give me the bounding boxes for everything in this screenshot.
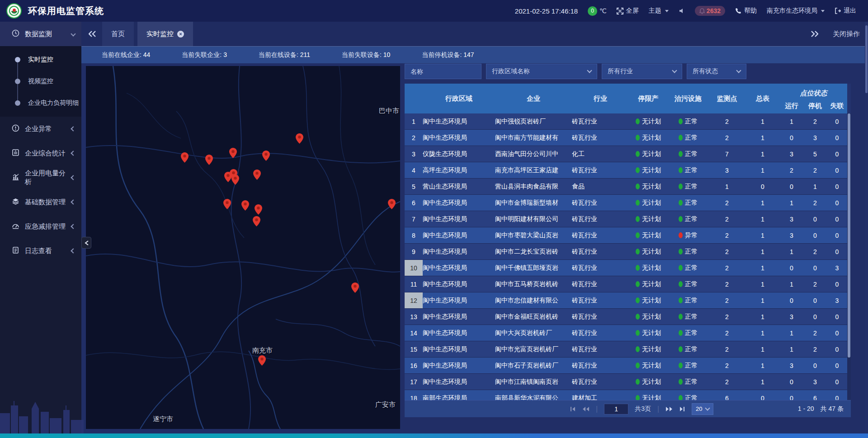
tabs-scroll-left-button[interactable] — [86, 31, 99, 37]
sidebar-item[interactable]: 视频监控 — [0, 71, 81, 92]
map-pin-icon[interactable] — [253, 170, 261, 180]
cell-company[interactable]: 阆中市五马桥页岩机砖 — [495, 276, 572, 292]
map-pin-icon[interactable] — [231, 174, 239, 185]
table-row[interactable]: 16阆中生态环境局阆中市石子页岩机砖厂砖瓦行业无计划正常21300 — [405, 358, 847, 374]
map-pin-icon[interactable] — [262, 151, 270, 161]
cell-company[interactable]: 阆中市江南镇阆南页岩 — [495, 374, 572, 390]
table-row[interactable]: 5营山生态环境局营山县润丰肉食品有限食品无计划正常10010 — [405, 179, 847, 195]
cell-company[interactable]: 阆中市枣碧大梁山页岩 — [495, 227, 572, 243]
table-row[interactable]: 17阆中生态环境局阆中市江南镇阆南页岩砖瓦行业无计划正常21030 — [405, 374, 847, 390]
close-operations-button[interactable]: 关闭操作 — [833, 30, 860, 38]
table-row[interactable]: 7阆中生态环境局阆中明阳建材有限公司砖瓦行业无计划正常21300 — [405, 211, 847, 227]
map-pin-icon[interactable] — [351, 283, 359, 293]
table-row[interactable]: 1阆中生态环境局阆中强锐页岩砖厂砖瓦行业无计划正常21120 — [405, 113, 847, 130]
map-pin-icon[interactable] — [255, 204, 262, 215]
col-header-5[interactable]: 监测点 — [708, 84, 745, 113]
cell-company[interactable]: 阆中千佛镇五郎垭页岩 — [495, 260, 572, 276]
col-header-4[interactable]: 治污设施 — [668, 84, 708, 113]
sidebar-group-4[interactable]: 基础数据管理 — [0, 190, 81, 214]
table-row[interactable]: 6阆中生态环境局阆中市金博瑞新型墙材砖瓦行业无计划正常21120 — [405, 195, 847, 211]
industry-filter-select[interactable]: 所有行业 — [602, 64, 682, 79]
cell-company[interactable]: 南充市高坪区王家店建 — [495, 162, 572, 178]
map-pin-icon[interactable] — [223, 199, 231, 209]
cell-company[interactable]: 阆中市石子页岩机砖厂 — [495, 358, 572, 373]
table-scrollbar[interactable] — [847, 113, 851, 400]
table-row[interactable]: 3仪陇生态环境局西南油气田分公司川中化工无计划正常71350 — [405, 146, 847, 162]
map-collapse-button[interactable] — [81, 237, 91, 249]
cell-company[interactable]: 阆中市金博瑞新型墙材 — [495, 195, 572, 211]
table-row[interactable]: 4高坪生态环境局南充市高坪区王家店建砖瓦行业无计划正常31220 — [405, 162, 847, 179]
theme-dropdown[interactable]: 主题 — [649, 7, 669, 15]
col-subheader-2[interactable]: 失联 — [827, 99, 847, 113]
cell-company[interactable]: 阆中大兴页岩机砖厂 — [495, 325, 572, 341]
tab-realtime-monitor[interactable]: 实时监控 × — [137, 22, 193, 46]
scrollbar-thumb[interactable] — [848, 113, 850, 358]
map-pin-icon[interactable] — [229, 148, 237, 158]
org-dropdown[interactable]: 南充市生态环境局 — [767, 7, 825, 15]
table-row[interactable]: 11阆中生态环境局阆中市五马桥页岩机砖砖瓦行业无计划正常21120 — [405, 276, 847, 292]
sidebar-group-3[interactable]: 企业用电量分析 — [0, 165, 81, 190]
col-subheader-1[interactable]: 停机 — [803, 99, 827, 113]
map-pin-icon[interactable] — [388, 199, 396, 209]
tabs-scroll-right-button[interactable] — [808, 31, 821, 37]
table-row[interactable]: 18南部生态环境局南部县新华水泥有限公建材加工无计划正常60060 — [405, 390, 847, 400]
col-header-1[interactable]: 企业 — [495, 84, 572, 113]
cell-company[interactable]: 西南油气田分公司川中 — [495, 146, 572, 162]
table-row[interactable]: 15阆中生态环境局阆中市光富页岩机砖厂砖瓦行业无计划正常21120 — [405, 341, 847, 358]
page-number-input[interactable] — [604, 404, 628, 414]
next-page-button[interactable] — [665, 406, 673, 412]
page-scrollbar[interactable] — [865, 22, 868, 433]
map-pin-icon[interactable] — [253, 216, 260, 226]
cell-company[interactable]: 阆中市南方节能建材有 — [495, 130, 572, 146]
sidebar-group-0[interactable]: 数据监测 — [0, 22, 81, 46]
table-row[interactable]: 13阆中生态环境局阆中市金福旺页岩机砖砖瓦行业无计划正常21300 — [405, 309, 847, 325]
table-row[interactable]: 12阆中生态环境局阆中市忠信建材有限公砖瓦行业无计划正常21003 — [405, 292, 847, 309]
tab-home[interactable]: 首页 — [102, 22, 134, 46]
table-row[interactable]: 9阆中生态环境局阆中市二龙长宝页岩砖砖瓦行业无计划正常21120 — [405, 244, 847, 260]
cell-company[interactable]: 阆中强锐页岩砖厂 — [495, 113, 572, 129]
scrollbar-thumb[interactable] — [865, 25, 868, 93]
last-page-button[interactable] — [679, 406, 685, 412]
table-row[interactable]: 8阆中生态环境局阆中市枣碧大梁山页岩砖瓦行业无计划异常21300 — [405, 227, 847, 244]
cell-company[interactable]: 阆中市忠信建材有限公 — [495, 292, 572, 308]
table-row[interactable]: 14阆中生态环境局阆中大兴页岩机砖厂砖瓦行业无计划正常21120 — [405, 325, 847, 341]
col-header-3[interactable]: 停限产 — [629, 84, 668, 113]
logout-button[interactable]: 退出 — [835, 7, 856, 15]
cell-company[interactable]: 阆中明阳建材有限公司 — [495, 211, 572, 227]
mute-button[interactable] — [679, 8, 685, 14]
status-filter-select[interactable]: 所有状态 — [687, 64, 746, 79]
table-row[interactable]: 2阆中生态环境局阆中市南方节能建材有砖瓦行业无计划正常21030 — [405, 130, 847, 146]
sidebar-group-6[interactable]: 日志查看 — [0, 239, 81, 263]
col-header-6[interactable]: 总表 — [745, 84, 780, 113]
map-pin-icon[interactable] — [241, 200, 249, 211]
map-panel[interactable]: 巴中市南充市遂宁市广安市 — [86, 66, 400, 429]
notification-badge[interactable]: 2632 — [695, 6, 725, 16]
col-subheader-0[interactable]: 运行 — [780, 99, 803, 113]
cell-company[interactable]: 阆中市二龙长宝页岩砖 — [495, 244, 572, 259]
map-pin-icon[interactable] — [258, 355, 266, 366]
sidebar-group-5[interactable]: 应急减排管理 — [0, 214, 81, 239]
cell-company[interactable]: 阆中市光富页岩机砖厂 — [495, 341, 572, 357]
name-filter-field[interactable] — [410, 68, 476, 75]
page-size-select[interactable]: 20 — [692, 403, 713, 415]
map-pin-icon[interactable] — [205, 155, 213, 165]
table-row[interactable]: 10阆中生态环境局阆中千佛镇五郎垭页岩砖瓦行业无计划正常21003 — [405, 260, 847, 276]
prev-page-button[interactable] — [582, 406, 590, 412]
help-button[interactable]: 帮助 — [735, 7, 757, 15]
sidebar-group-1[interactable]: 企业异常 — [0, 117, 81, 141]
fullscreen-button[interactable]: 全屏 — [617, 7, 639, 15]
col-header-0[interactable]: 行政区域 — [423, 84, 495, 113]
sidebar-item[interactable]: 实时监控 — [0, 49, 81, 71]
first-page-button[interactable] — [570, 406, 576, 412]
sidebar-group-2[interactable]: 企业综合统计 — [0, 141, 81, 165]
region-filter-select[interactable]: 行政区域名称 — [486, 64, 597, 79]
map-pin-icon[interactable] — [296, 133, 303, 144]
cell-company[interactable]: 阆中市金福旺页岩机砖 — [495, 309, 572, 325]
name-filter-input[interactable] — [405, 64, 481, 79]
cell-company[interactable]: 南部县新华水泥有限公 — [495, 390, 572, 400]
close-tab-icon[interactable]: × — [177, 31, 184, 38]
sidebar-item[interactable]: 企业电力负荷明细 — [0, 92, 81, 114]
cell-company[interactable]: 营山县润丰肉食品有限 — [495, 179, 572, 194]
col-header-2[interactable]: 行业 — [572, 84, 629, 113]
map-pin-icon[interactable] — [181, 152, 189, 163]
